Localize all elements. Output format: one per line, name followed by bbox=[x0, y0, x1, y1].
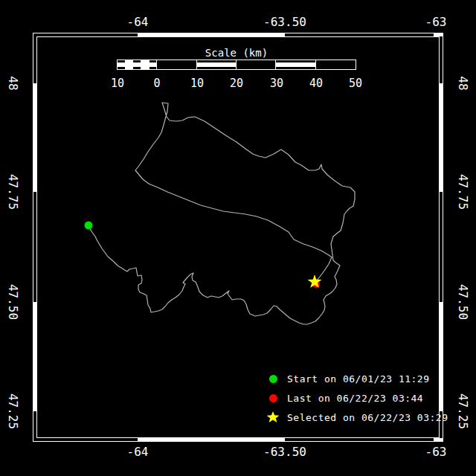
scale-bar bbox=[117, 60, 356, 70]
scale-bar-tick-label: 50 bbox=[349, 78, 362, 89]
scale-bar-segment bbox=[126, 60, 134, 69]
axis-label-bottom-1: -64 bbox=[127, 446, 149, 458]
map-frame-band bbox=[434, 438, 443, 442]
axis-label-right-3: 47.50 bbox=[457, 284, 469, 320]
scale-bar-segment bbox=[133, 60, 141, 69]
axis-label-top-3: -63 bbox=[425, 16, 447, 28]
axis-label-right-4: 47.25 bbox=[457, 393, 469, 429]
map-frame-band bbox=[138, 438, 285, 442]
scale-bar-tick-label: 30 bbox=[270, 78, 283, 89]
legend-item-selected: Selected on 06/22/23 03:29 bbox=[266, 408, 448, 427]
scale-bar-segment bbox=[316, 60, 356, 69]
scale-bar-tick-label: 10 bbox=[111, 78, 124, 89]
start-position-marker[interactable] bbox=[85, 222, 93, 230]
legend-label: Start on 06/01/23 11:29 bbox=[287, 373, 430, 385]
scale-bar-tick-label: 10 bbox=[190, 78, 204, 89]
map-frame-band bbox=[440, 83, 443, 192]
scale-bar-tick-label: 40 bbox=[309, 78, 323, 89]
legend-label: Selected on 06/22/23 03:29 bbox=[287, 412, 448, 423]
scale-bar-segment bbox=[197, 60, 237, 69]
scale-bar-segment bbox=[118, 60, 126, 69]
scale-bar-segment bbox=[149, 60, 158, 69]
last-marker-icon bbox=[266, 394, 280, 402]
selected-marker-icon bbox=[266, 411, 280, 423]
scale-bar-tick-label: 0 bbox=[153, 78, 160, 89]
axis-label-left-4: 47.25 bbox=[7, 393, 19, 429]
scale-bar-tick-label: 20 bbox=[230, 78, 243, 89]
axis-label-right-1: 48 bbox=[457, 76, 469, 90]
scale-bar-segment bbox=[141, 60, 149, 69]
scale-bar-segment bbox=[157, 60, 196, 69]
map-frame-band bbox=[138, 33, 285, 36]
legend-label: Last on 06/22/23 03:44 bbox=[287, 393, 423, 404]
legend: Start on 06/01/23 11:29 Last on 06/22/23… bbox=[266, 369, 448, 427]
legend-item-last: Last on 06/22/23 03:44 bbox=[266, 388, 448, 408]
map-frame-band bbox=[33, 302, 36, 411]
start-marker-icon bbox=[266, 375, 280, 383]
axis-label-left-2: 47.75 bbox=[7, 174, 19, 210]
axis-label-bottom-3: -63 bbox=[425, 446, 447, 458]
axis-label-left-3: 47.50 bbox=[7, 284, 19, 320]
axis-label-top-1: -64 bbox=[127, 16, 149, 28]
scale-bar-labels: 10 0 10 20 30 40 50 bbox=[117, 78, 356, 90]
scale-bar-segment bbox=[276, 60, 315, 69]
scale-bar-segment bbox=[237, 60, 276, 69]
map-frame-band bbox=[434, 33, 443, 36]
drift-track[interactable] bbox=[89, 103, 355, 324]
map-frame-band bbox=[33, 83, 36, 192]
axis-label-right-2: 47.75 bbox=[457, 174, 469, 210]
axis-label-bottom-2: -63.50 bbox=[263, 446, 306, 458]
axis-label-top-2: -63.50 bbox=[263, 16, 306, 28]
legend-item-start: Start on 06/01/23 11:29 bbox=[266, 369, 448, 388]
axis-label-left-1: 48 bbox=[7, 76, 19, 90]
map-canvas: -64 -63.50 -63 -64 -63.50 -63 48 47.75 4… bbox=[0, 0, 476, 476]
scale-bar-title: Scale (km) bbox=[205, 47, 268, 59]
